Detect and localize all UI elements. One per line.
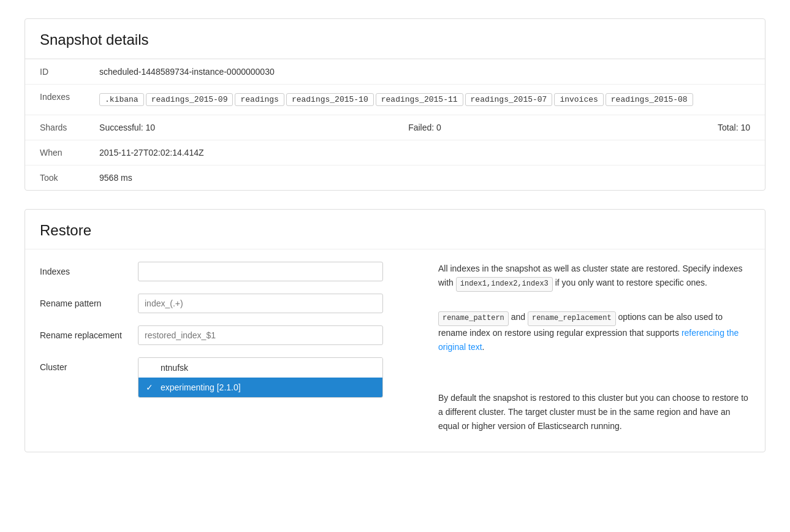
when-row: When 2015-11-27T02:02:14.414Z xyxy=(25,140,765,165)
snapshot-details-title: Snapshot details xyxy=(25,19,765,58)
restore-title: Restore xyxy=(25,210,765,249)
rename-replacement-label: Rename replacement xyxy=(40,325,138,340)
cluster-control: ntnufsk ✓ experimenting [2.1.0] xyxy=(138,357,383,398)
restore-content: Indexes Rename pattern Rename replacemen… xyxy=(25,249,765,452)
indexes-input[interactable] xyxy=(138,262,383,281)
indexes-row: Indexes .kibanareadings_2015-09readingsr… xyxy=(25,85,765,115)
rename-pattern-input[interactable] xyxy=(138,294,383,313)
snapshot-details-table: ID scheduled-1448589734-instance-0000000… xyxy=(25,59,765,190)
index-tag: readings_2015-08 xyxy=(606,93,693,106)
indexes-form-row: Indexes xyxy=(40,262,420,281)
cluster-help-text: By default the snapshot is restored to t… xyxy=(438,393,748,431)
indexes-form-control xyxy=(138,262,383,281)
indexes-help-block: All indexes in the snapshot as well as c… xyxy=(438,262,750,292)
rename-pattern-label: Rename pattern xyxy=(40,294,138,308)
rename-help-block: rename_pattern and rename_replacement op… xyxy=(438,310,750,354)
cluster-option-experimenting-label: experimenting [2.1.0] xyxy=(161,382,241,392)
id-label: ID xyxy=(25,59,85,85)
rename-pattern-form-row: Rename pattern xyxy=(40,294,420,313)
index-tag: readings_2015-11 xyxy=(376,93,463,106)
rename-replacement-form-row: Rename replacement xyxy=(40,325,420,345)
cluster-label: Cluster xyxy=(40,357,138,372)
rename-pattern-control xyxy=(138,294,383,313)
rename-help-and: and xyxy=(509,312,528,322)
id-value: scheduled-1448589734-instance-0000000030 xyxy=(85,59,765,85)
indexes-form-label: Indexes xyxy=(40,262,138,276)
restore-form: Indexes Rename pattern Rename replacemen… xyxy=(40,249,432,452)
rename-replacement-input[interactable] xyxy=(138,325,383,345)
rename-help-end: . xyxy=(482,342,485,352)
restore-section: Restore Indexes Rename pattern xyxy=(25,209,765,452)
cluster-option-ntnufsk[interactable]: ntnufsk xyxy=(139,358,382,378)
index-tag: invoices xyxy=(554,93,603,106)
cluster-option-experimenting[interactable]: ✓ experimenting [2.1.0] xyxy=(139,378,382,397)
index-tag: readings_2015-09 xyxy=(146,93,234,106)
rename-replacement-control xyxy=(138,325,383,345)
shards-label: Shards xyxy=(25,115,85,140)
rename-replacement-code: rename_replacement xyxy=(528,311,616,326)
rename-pattern-code: rename_pattern xyxy=(438,311,509,326)
index-tag: readings xyxy=(235,93,284,106)
shards-values: Successful: 10 Failed: 0 Total: 10 xyxy=(85,115,765,140)
when-label: When xyxy=(25,140,85,165)
took-value: 9568 ms xyxy=(85,165,765,191)
id-row: ID scheduled-1448589734-instance-0000000… xyxy=(25,59,765,85)
indexes-help-code: index1,index2,index3 xyxy=(456,277,553,292)
cluster-dropdown-wrapper[interactable]: ntnufsk ✓ experimenting [2.1.0] xyxy=(138,357,383,398)
indexes-label: Indexes xyxy=(25,85,85,115)
shards-total: Total: 10 xyxy=(533,123,750,132)
shards-row: Shards Successful: 10 Failed: 0 Total: 1… xyxy=(25,115,765,140)
no-check xyxy=(146,363,156,373)
took-row: Took 9568 ms xyxy=(25,165,765,191)
indexes-help-text2: if you only want to restore specific one… xyxy=(553,278,707,287)
cluster-help-block: By default the snapshot is restored to t… xyxy=(438,391,750,433)
shards-successful: Successful: 10 xyxy=(99,123,316,132)
cluster-option-ntnufsk-label: ntnufsk xyxy=(161,363,188,373)
when-value: 2015-11-27T02:02:14.414Z xyxy=(85,140,765,165)
took-label: Took xyxy=(25,165,85,191)
snapshot-details-section: Snapshot details ID scheduled-1448589734… xyxy=(25,18,765,191)
indexes-values: .kibanareadings_2015-09readingsreadings_… xyxy=(85,85,765,115)
index-tag: readings_2015-07 xyxy=(465,93,553,106)
index-tag: .kibana xyxy=(99,93,144,106)
shards-failed: Failed: 0 xyxy=(316,123,533,132)
restore-help: All indexes in the snapshot as well as c… xyxy=(432,249,750,452)
cluster-dropdown[interactable]: ntnufsk ✓ experimenting [2.1.0] xyxy=(138,357,383,398)
index-tag: readings_2015-10 xyxy=(286,93,374,106)
cluster-form-row: Cluster ntnufsk ✓ experimenting [ xyxy=(40,357,420,398)
check-icon: ✓ xyxy=(146,382,156,392)
